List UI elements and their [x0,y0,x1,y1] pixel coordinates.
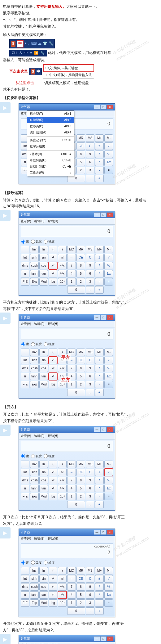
key-7[interactable]: 7 [67,477,76,484]
key-Mod[interactable]: Mod [39,381,48,388]
key-CE[interactable]: CE [76,142,85,150]
key-bk[interactable]: ← [67,254,76,261]
vm-ws[interactable]: 工作表(W)▸ [27,170,74,176]
key-tan[interactable]: tan [39,485,48,492]
key-rp[interactable]: ) [58,246,67,253]
lang-menu-item-us[interactable]: 中文(简体) - 美式键盘 [43,64,94,72]
key-sub[interactable]: - [95,493,104,500]
vm-std[interactable]: 标准型(T)Alt+1 [27,111,74,117]
key-FE[interactable]: F-E [21,381,29,388]
key-CE[interactable]: CE [76,254,85,261]
key-log[interactable]: log [49,381,57,388]
vm-stat[interactable]: 统计信息(A)Alt+4 [27,129,74,136]
key-8[interactable]: 8 [76,262,85,269]
key-bk[interactable]: ← [67,575,76,583]
key-2[interactable]: 2 [76,167,85,174]
key-cos[interactable]: cos [39,365,48,372]
key-ln[interactable]: ln [39,567,48,574]
key-CE[interactable]: CE [76,357,85,364]
key-5[interactable]: 5 [76,373,85,380]
mode-deg-5[interactable]: 度 [21,560,29,565]
key-lp[interactable]: ( [49,349,57,356]
mode-deg-3[interactable]: 度 [21,342,29,347]
key-pm[interactable]: ± [95,254,104,261]
min-button-5[interactable]: — [94,530,100,535]
key-C[interactable]: C [86,254,94,261]
key-3[interactable]: 3 [86,278,94,286]
mode-rad-5[interactable]: 弧度 [31,560,42,565]
key-C[interactable]: C [86,575,94,583]
key-Mp[interactable]: M+ [95,349,104,356]
key-ln[interactable]: ln [39,246,48,253]
key-sqrt[interactable]: √ [104,575,113,583]
key-cbrt[interactable]: ³√x [58,591,67,599]
key-MS[interactable]: MS [86,567,94,574]
key-sqrt[interactable]: √ [104,469,113,476]
key-1[interactable]: 1 [67,278,76,286]
key-Mm[interactable]: M- [104,567,113,574]
key-tenx[interactable]: 10ˣ [58,493,67,500]
key-1[interactable]: 1 [67,599,76,607]
key-Inv[interactable]: Inv [30,246,39,253]
key-6[interactable]: 6 [86,270,94,277]
menu-help-4[interactable]: 帮助(H) [48,434,58,439]
key-tanh[interactable]: tanh [30,270,39,277]
key-pm[interactable]: ± [95,357,104,364]
mode-grad-2[interactable]: 梯度 [44,239,54,244]
key-Exp[interactable]: Exp [30,278,39,286]
key-Mm[interactable]: M- [104,461,113,468]
key-FE[interactable]: F-E [21,278,29,286]
menu-view-3[interactable]: 查看(V) [21,322,31,327]
key-sinh[interactable]: sinh [30,469,39,476]
key-Mod[interactable]: Mod [39,278,48,286]
min-button-2[interactable]: — [94,212,100,217]
key-5[interactable]: 5 [76,485,85,492]
key-cbrt[interactable]: ³√x [58,485,67,492]
vm-sci[interactable]: 科学型(S)Alt+2 [27,117,74,123]
key-6[interactable]: 6 [86,591,94,599]
menu-view-5[interactable]: 查看(V) [21,536,31,541]
key-inv[interactable]: 1/x [104,373,113,380]
key-rp[interactable]: ) [58,461,67,468]
key-4[interactable]: 4 [67,591,76,599]
key-lp[interactable]: ( [49,246,57,253]
key-sinh[interactable]: sinh [30,254,39,261]
key-sin[interactable]: sin [39,469,48,476]
mode-deg-2[interactable]: 度 [21,239,29,244]
key-pm[interactable]: ± [95,575,104,583]
key-C[interactable]: C [86,142,94,150]
key-3[interactable]: 3 [86,493,94,500]
key-sqrt[interactable]: √ [104,254,113,261]
key-1[interactable]: 1 [67,493,76,500]
key-nf[interactable]: n! [58,357,67,364]
key-log[interactable]: log [49,599,57,607]
key-tanh[interactable]: tanh [30,591,39,599]
key-yx[interactable]: ʸ√x [58,262,67,269]
key-sub[interactable]: - [95,167,104,174]
key-7[interactable]: 7 [67,365,76,372]
key-MC[interactable]: MC [67,246,76,253]
key-tenx[interactable]: 10ˣ [58,381,67,388]
key-tan[interactable]: tan [39,373,48,380]
close-button-3[interactable]: × [107,315,113,320]
key-empty[interactable] [21,349,29,356]
key-dms[interactable]: dms [21,262,29,269]
key-9[interactable]: 9 [86,151,94,158]
vm-grp[interactable]: 数字分组(I) [27,143,74,150]
key-cosh[interactable]: cosh [30,583,39,591]
menu-help-3[interactable]: 帮助(H) [48,322,58,327]
key-9[interactable]: 9 [86,583,94,591]
key-dot[interactable]: . [86,286,94,294]
key-cosh[interactable]: cosh [30,262,39,269]
key-add[interactable]: + [95,607,104,615]
menu-view-2[interactable]: 查看(V) [21,219,31,224]
key-sin[interactable]: sin [39,254,48,261]
key-sub[interactable]: - [95,278,104,286]
min-button[interactable]: — [94,105,100,110]
menu-edit-3[interactable]: 编辑(E) [34,322,44,327]
close-button-4[interactable]: × [107,427,113,432]
key-dms[interactable]: dms [21,583,29,591]
key-eq[interactable]: = [104,381,113,388]
key-sub[interactable]: - [95,381,104,388]
max-button-4[interactable]: □ [100,427,107,432]
